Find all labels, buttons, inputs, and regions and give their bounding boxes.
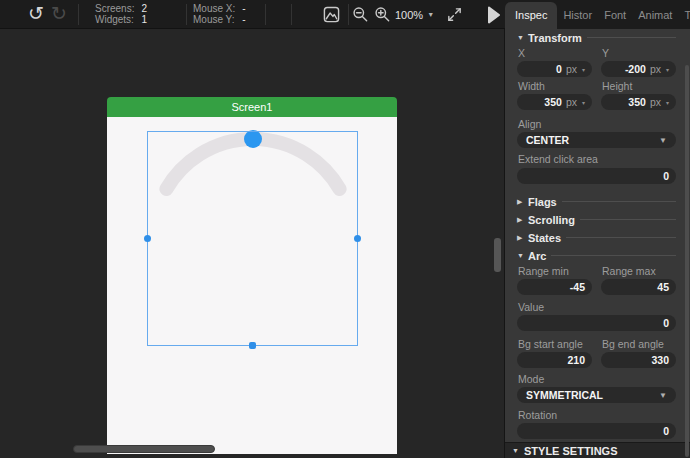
rotation-field[interactable]: 0 (517, 423, 676, 439)
app-window: ↺ ↻ Screens: 2 Widgets: 1 Mouse X: - Mou… (0, 0, 690, 458)
bg-start-angle-value: 210 (524, 354, 585, 366)
bg-end-angle-value: 330 (608, 354, 669, 366)
caret-down-icon: ▾ (666, 66, 669, 73)
chevron-down-icon: ▼ (659, 136, 667, 145)
tab-inspector[interactable]: Inspec (505, 2, 557, 29)
width-unit: px (566, 96, 577, 108)
editor-canvas[interactable]: Screen1 (0, 29, 505, 458)
bg-end-angle-label: Bg end angle (602, 339, 676, 350)
toolbar-separator (186, 4, 187, 25)
y-unit: px (650, 63, 661, 75)
extend-click-area-value: 0 (524, 170, 669, 182)
fit-expand-icon[interactable] (446, 6, 463, 23)
mode-dropdown[interactable]: SYMMETRICAL ▼ (517, 387, 676, 403)
range-min-value: -45 (524, 281, 585, 293)
section-rule (566, 237, 676, 238)
section-rule (551, 255, 676, 256)
section-flags[interactable]: ▶ Flags (517, 195, 676, 208)
y-value: -200 (608, 63, 646, 75)
rotation-label: Rotation (518, 410, 676, 421)
screens-label: Screens: (95, 4, 134, 14)
section-arc[interactable]: ▼ Arc (517, 249, 676, 262)
section-title: States (528, 232, 561, 244)
toolbar-separator (265, 4, 266, 25)
range-max-value: 45 (608, 281, 669, 293)
inspector-panel: ▼ Transform X Y 0 px ▾ -200 px ▾ (505, 29, 690, 458)
style-settings-title: STYLE SETTINGS (524, 445, 618, 457)
tab-animations[interactable]: Animat (632, 2, 678, 29)
toolbar-separator (291, 4, 292, 25)
width-label: Width (518, 81, 592, 92)
zoom-in-icon[interactable] (374, 6, 391, 23)
y-label: Y (602, 48, 676, 59)
range-max-field[interactable]: 45 (601, 279, 676, 295)
extend-click-area-label: Extend click area (518, 154, 676, 165)
tab-history[interactable]: Histor (557, 2, 598, 29)
section-title: Transform (528, 32, 582, 44)
panel-scrollbar[interactable] (685, 65, 689, 457)
x-label: X (518, 48, 592, 59)
chevron-down-icon: ▼ (659, 391, 667, 400)
canvas-vertical-scrollbar[interactable] (494, 238, 501, 272)
bg-end-angle-field[interactable]: 330 (601, 352, 676, 368)
section-rule (587, 37, 676, 38)
range-max-label: Range max (602, 266, 676, 277)
width-field[interactable]: 350 px ▾ (517, 94, 592, 110)
collapse-arrow-icon: ▼ (517, 252, 528, 259)
undo-icon[interactable]: ↺ (28, 1, 44, 27)
toolbar: ↺ ↻ Screens: 2 Widgets: 1 Mouse X: - Mou… (0, 0, 505, 29)
redo-icon[interactable]: ↻ (51, 1, 67, 27)
value-value: 0 (524, 317, 669, 329)
screenshot-image-icon[interactable] (323, 6, 340, 23)
section-states[interactable]: ▶ States (517, 231, 676, 244)
section-rule (580, 219, 676, 220)
range-min-label: Range min (518, 266, 592, 277)
align-label: Align (518, 119, 676, 130)
caret-down-icon: ▾ (582, 99, 585, 106)
resize-handle-right[interactable] (354, 235, 361, 242)
align-value: CENTER (526, 134, 659, 146)
zoom-out-icon[interactable] (352, 6, 369, 23)
section-transform[interactable]: ▼ Transform (517, 31, 676, 44)
resize-handle-left[interactable] (144, 235, 151, 242)
collapse-arrow-icon: ▶ (517, 198, 528, 206)
tab-font[interactable]: Font (598, 2, 632, 29)
resize-handle-bottom[interactable] (249, 342, 256, 349)
mouse-coords: Mouse X: - Mouse Y: - (193, 4, 246, 25)
align-dropdown[interactable]: CENTER ▼ (517, 132, 676, 148)
collapse-arrow-icon: ▼ (517, 34, 528, 41)
range-min-field[interactable]: -45 (517, 279, 592, 295)
screens-value: 2 (141, 4, 147, 14)
mode-label: Mode (518, 374, 676, 385)
zoom-level-value: 100% (395, 9, 423, 21)
mode-value: SYMMETRICAL (526, 389, 659, 401)
selection-box[interactable] (147, 131, 358, 346)
extend-click-area-field[interactable]: 0 (517, 168, 676, 184)
inspector-tabbar: Inspec Histor Font Animat Theme (505, 0, 690, 29)
caret-down-icon: ▾ (666, 99, 669, 106)
height-unit: px (650, 96, 661, 108)
bg-start-angle-label: Bg start angle (518, 339, 592, 350)
section-title: Arc (528, 250, 546, 262)
toolbar-separator (78, 4, 79, 25)
section-rule (562, 201, 676, 202)
height-field[interactable]: 350 px ▾ (601, 94, 676, 110)
value-field[interactable]: 0 (517, 315, 676, 331)
section-style-settings[interactable]: ▼ STYLE SETTINGS (505, 442, 690, 458)
tab-theme[interactable]: Theme (678, 2, 690, 29)
zoom-level-dropdown[interactable]: 100%▼ (395, 9, 434, 21)
canvas-horizontal-scrollbar[interactable] (73, 445, 215, 453)
collapse-arrow-icon: ▶ (517, 234, 528, 242)
panel-collapse-toggle-icon[interactable] (488, 6, 500, 24)
x-unit: px (566, 63, 577, 75)
toolbar-separator (348, 4, 349, 25)
height-value: 350 (608, 96, 646, 108)
rotation-value: 0 (524, 425, 669, 437)
x-field[interactable]: 0 px ▾ (517, 61, 592, 77)
y-field[interactable]: -200 px ▾ (601, 61, 676, 77)
mouse-y-label: Mouse Y: (193, 15, 235, 25)
x-value: 0 (524, 63, 562, 75)
bg-start-angle-field[interactable]: 210 (517, 352, 592, 368)
chevron-down-icon: ▼ (427, 11, 434, 18)
section-scrolling[interactable]: ▶ Scrolling (517, 213, 676, 226)
